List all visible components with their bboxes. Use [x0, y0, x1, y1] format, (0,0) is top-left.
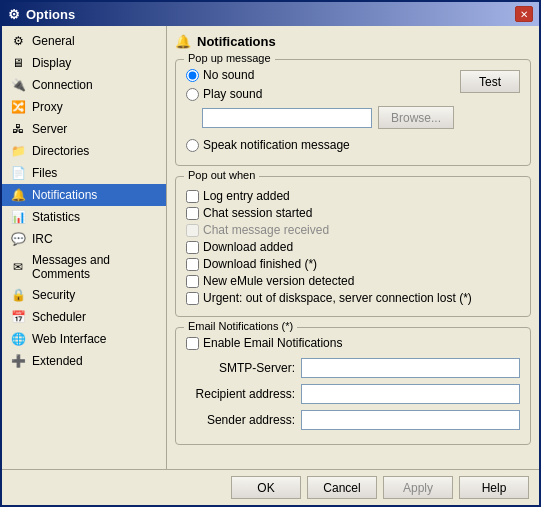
- speak-label[interactable]: Speak notification message: [186, 138, 350, 152]
- popout-check-1[interactable]: [186, 207, 199, 220]
- popout-check-5[interactable]: [186, 275, 199, 288]
- bottom-bar: OK Cancel Apply Help: [2, 469, 539, 505]
- popout-check-4[interactable]: [186, 258, 199, 271]
- sound-file-row: Browse...: [202, 106, 454, 129]
- sidebar-item-statistics[interactable]: 📊 Statistics: [2, 206, 166, 228]
- recipient-input[interactable]: [301, 384, 520, 404]
- email-group: Email Notifications (*) Enable Email Not…: [175, 327, 531, 445]
- smtp-row: SMTP-Server:: [186, 358, 520, 378]
- stats-icon: 📊: [10, 209, 26, 225]
- smtp-label: SMTP-Server:: [186, 361, 301, 375]
- speak-radio[interactable]: [186, 139, 199, 152]
- sidebar-item-irc[interactable]: 💬 IRC: [2, 228, 166, 250]
- sidebar-label-connection: Connection: [32, 78, 93, 92]
- help-button[interactable]: Help: [459, 476, 529, 499]
- sidebar-label-web: Web Interface: [32, 332, 106, 346]
- popup-options: No sound Play sound Browse...: [186, 68, 454, 134]
- title-bar-left: ⚙ Options: [8, 7, 75, 22]
- close-button[interactable]: ✕: [515, 6, 533, 22]
- sidebar: ⚙ General 🖥 Display 🔌 Connection 🔀 Proxy…: [2, 26, 167, 469]
- play-sound-label[interactable]: Play sound: [186, 87, 262, 101]
- ok-button[interactable]: OK: [231, 476, 301, 499]
- sender-row: Sender address:: [186, 410, 520, 430]
- popout-check-3[interactable]: [186, 241, 199, 254]
- gear-icon: ⚙: [10, 33, 26, 49]
- sidebar-label-scheduler: Scheduler: [32, 310, 86, 324]
- enable-email-check[interactable]: [186, 337, 199, 350]
- recipient-row: Recipient address:: [186, 384, 520, 404]
- sidebar-item-messages[interactable]: ✉ Messages and Comments: [2, 250, 166, 284]
- popout-item-1[interactable]: Chat session started: [186, 206, 520, 220]
- sidebar-item-server[interactable]: 🖧 Server: [2, 118, 166, 140]
- sidebar-label-statistics: Statistics: [32, 210, 80, 224]
- sidebar-item-scheduler[interactable]: 📅 Scheduler: [2, 306, 166, 328]
- sidebar-item-extended[interactable]: ➕ Extended: [2, 350, 166, 372]
- sidebar-item-notifications[interactable]: 🔔 Notifications: [2, 184, 166, 206]
- notifications-icon: 🔔: [175, 34, 191, 49]
- connection-icon: 🔌: [10, 77, 26, 93]
- sidebar-item-proxy[interactable]: 🔀 Proxy: [2, 96, 166, 118]
- play-sound-radio[interactable]: [186, 88, 199, 101]
- no-sound-label[interactable]: No sound: [186, 68, 254, 82]
- proxy-icon: 🔀: [10, 99, 26, 115]
- display-icon: 🖥: [10, 55, 26, 71]
- sidebar-label-security: Security: [32, 288, 75, 302]
- popout-group-title: Pop out when: [184, 169, 259, 181]
- sidebar-item-display[interactable]: 🖥 Display: [2, 52, 166, 74]
- sidebar-item-web[interactable]: 🌐 Web Interface: [2, 328, 166, 350]
- popout-group: Pop out when Log entry added Chat sessio…: [175, 176, 531, 317]
- sidebar-label-notifications: Notifications: [32, 188, 97, 202]
- folder-icon: 📁: [10, 143, 26, 159]
- browse-button[interactable]: Browse...: [378, 106, 454, 129]
- popout-item-4[interactable]: Download finished (*): [186, 257, 520, 271]
- recipient-label: Recipient address:: [186, 387, 301, 401]
- sidebar-item-security[interactable]: 🔒 Security: [2, 284, 166, 306]
- security-icon: 🔒: [10, 287, 26, 303]
- play-sound-row: Play sound: [186, 87, 454, 101]
- popout-check-2: [186, 224, 199, 237]
- sidebar-label-display: Display: [32, 56, 71, 70]
- sidebar-label-messages: Messages and Comments: [32, 253, 158, 281]
- apply-button[interactable]: Apply: [383, 476, 453, 499]
- popup-group-title: Pop up message: [184, 52, 275, 64]
- cancel-button[interactable]: Cancel: [307, 476, 377, 499]
- messages-icon: ✉: [10, 259, 26, 275]
- sound-file-input[interactable]: [202, 108, 372, 128]
- sidebar-label-extended: Extended: [32, 354, 83, 368]
- content-area: ⚙ General 🖥 Display 🔌 Connection 🔀 Proxy…: [2, 26, 539, 469]
- sidebar-label-directories: Directories: [32, 144, 89, 158]
- section-title-text: Notifications: [197, 34, 276, 49]
- popout-check-0[interactable]: [186, 190, 199, 203]
- sidebar-label-general: General: [32, 34, 75, 48]
- sidebar-item-files[interactable]: 📄 Files: [2, 162, 166, 184]
- section-header: 🔔 Notifications: [175, 34, 531, 49]
- speak-row: Speak notification message: [186, 138, 520, 152]
- sender-label: Sender address:: [186, 413, 301, 427]
- server-icon: 🖧: [10, 121, 26, 137]
- no-sound-row: No sound: [186, 68, 454, 82]
- files-icon: 📄: [10, 165, 26, 181]
- enable-email-label[interactable]: Enable Email Notifications: [186, 336, 520, 350]
- bell-icon: 🔔: [10, 187, 26, 203]
- sidebar-item-connection[interactable]: 🔌 Connection: [2, 74, 166, 96]
- popout-item-6[interactable]: Urgent: out of diskspace, server connect…: [186, 291, 520, 305]
- smtp-input[interactable]: [301, 358, 520, 378]
- sidebar-item-directories[interactable]: 📁 Directories: [2, 140, 166, 162]
- popout-item-2: Chat message received: [186, 223, 520, 237]
- popout-check-6[interactable]: [186, 292, 199, 305]
- popout-item-0[interactable]: Log entry added: [186, 189, 520, 203]
- sender-input[interactable]: [301, 410, 520, 430]
- irc-icon: 💬: [10, 231, 26, 247]
- email-group-title: Email Notifications (*): [184, 320, 297, 332]
- test-button[interactable]: Test: [460, 70, 520, 93]
- sidebar-label-files: Files: [32, 166, 57, 180]
- popout-item-3[interactable]: Download added: [186, 240, 520, 254]
- sidebar-label-irc: IRC: [32, 232, 53, 246]
- scheduler-icon: 📅: [10, 309, 26, 325]
- main-panel: 🔔 Notifications Pop up message No sound: [167, 26, 539, 469]
- sidebar-label-server: Server: [32, 122, 67, 136]
- no-sound-radio[interactable]: [186, 69, 199, 82]
- window-title: Options: [26, 7, 75, 22]
- sidebar-item-general[interactable]: ⚙ General: [2, 30, 166, 52]
- popout-item-5[interactable]: New eMule version detected: [186, 274, 520, 288]
